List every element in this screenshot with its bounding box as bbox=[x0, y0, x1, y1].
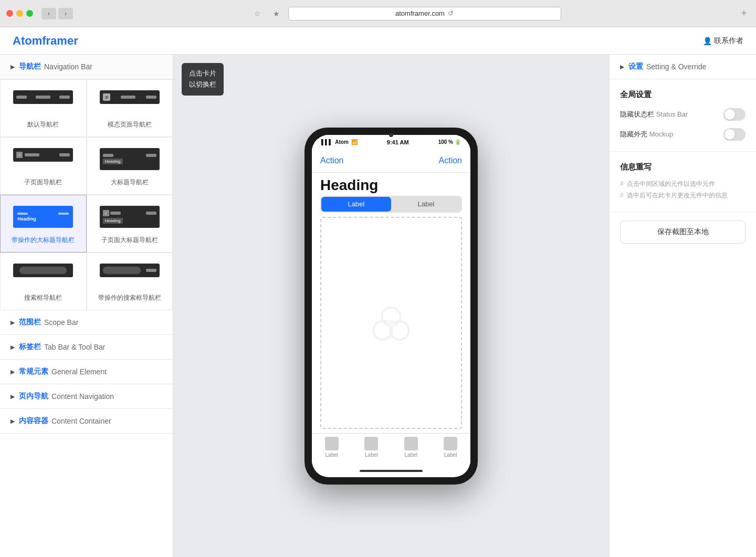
general-title-cn: 常规元素 bbox=[19, 367, 48, 376]
tooltip-line1: 点击卡片 bbox=[189, 68, 216, 79]
nav-arrows: ‹ › bbox=[41, 8, 73, 19]
navbar-action-right[interactable]: Action bbox=[439, 156, 462, 165]
nav-card-search-action-label: 带操作的搜索框导航栏 bbox=[98, 293, 161, 302]
traffic-lights bbox=[6, 10, 33, 17]
phone-content-area[interactable] bbox=[320, 217, 462, 429]
large-title-nav-preview-bar: Heading bbox=[100, 148, 160, 170]
content-container-arrow-icon: ▶ bbox=[10, 418, 15, 425]
segment-btn-1[interactable]: Label bbox=[321, 197, 391, 212]
default-nav-preview-bar bbox=[13, 90, 73, 104]
search-box-preview bbox=[19, 267, 67, 274]
tab-item-3[interactable]: Label bbox=[391, 437, 431, 458]
phone-home-indicator bbox=[312, 465, 470, 477]
nav-cards-grid: 默认导航栏 ✕ 模态页面导航栏 ‹ bbox=[0, 79, 173, 310]
sidebar-section-content-container[interactable]: ▶ 内容容器 Content Container bbox=[0, 409, 173, 434]
nav-card-blue-heading-preview: Heading bbox=[9, 206, 78, 228]
global-settings-section: 全局设置 隐藏状态栏 Status Bar 隐藏外壳 Mockup bbox=[610, 79, 756, 152]
forward-button[interactable]: › bbox=[58, 8, 73, 19]
center-canvas: 点击卡片 以切换栏 ▌▌▌ Atom 📶 9:41 AM 100 % 🔋 bbox=[173, 55, 609, 557]
toggle-thumb-status bbox=[724, 109, 735, 120]
sub-back-label bbox=[110, 212, 121, 215]
preview-modal-right bbox=[146, 96, 156, 99]
phone-mockup: ▌▌▌ Atom 📶 9:41 AM 100 % 🔋 Action Action bbox=[304, 128, 478, 485]
blue-nav-preview-bar: Heading bbox=[13, 206, 73, 228]
tab-item-4[interactable]: Label bbox=[431, 437, 471, 458]
preview-lt-right bbox=[146, 154, 156, 157]
sidebar-section-content-nav[interactable]: ▶ 页内导航 Content Navigation bbox=[0, 384, 173, 409]
nav-card-search[interactable]: 搜索框导航栏 bbox=[0, 253, 87, 310]
scope-title-cn: 范围栏 bbox=[19, 318, 41, 327]
nav-card-sub-large-title-preview: ‹ Heading bbox=[96, 206, 164, 228]
nav-card-sub-large-title[interactable]: ‹ Heading 子页面大标题导航栏 bbox=[87, 195, 173, 253]
sidebar-section-general[interactable]: ▶ 常规元素 General Element bbox=[0, 360, 173, 384]
right-panel-header[interactable]: ▶ 设置 Setting & Override bbox=[610, 55, 756, 79]
address-bar[interactable]: atomframer.com ↺ bbox=[288, 7, 561, 20]
tooltip-line2: 以切换栏 bbox=[189, 79, 216, 90]
nav-card-default[interactable]: 默认导航栏 bbox=[0, 79, 87, 137]
app-logo[interactable]: Atomframer bbox=[13, 34, 703, 48]
battery-icon: 🔋 bbox=[455, 139, 461, 145]
settings-row-mockup: 隐藏外壳 Mockup bbox=[620, 128, 746, 141]
settings-row-status-bar: 隐藏状态栏 Status Bar bbox=[620, 108, 746, 121]
tooltip-card: 点击卡片 以切换栏 bbox=[182, 63, 224, 96]
sidebar: ▶ 导航栏 Navigation Bar 默认导航栏 bbox=[0, 55, 173, 557]
address-bar-wrapper: ☆ ★ atomframer.com ↺ bbox=[77, 7, 734, 20]
nav-card-large-title[interactable]: Heading 大标题导航栏 bbox=[87, 137, 173, 195]
content-container-title-en: Content Container bbox=[51, 417, 111, 425]
preview-modal-center bbox=[121, 96, 135, 99]
carrier-name: Atom bbox=[335, 139, 349, 145]
nav-card-blue-heading-label: 带操作的大标题导航栏 bbox=[12, 236, 75, 245]
mockup-toggle[interactable] bbox=[723, 128, 746, 141]
nav-card-blue-heading[interactable]: Heading 带操作的大标题导航栏 bbox=[0, 195, 87, 253]
sidebar-section-navigation-bar[interactable]: ▶ 导航栏 Navigation Bar bbox=[0, 55, 173, 79]
nav-card-search-label: 搜索框导航栏 bbox=[24, 293, 62, 302]
phone-segment-bar: Label Label bbox=[312, 196, 470, 217]
tab-icon-1 bbox=[325, 437, 339, 450]
preview-lt-left bbox=[103, 154, 113, 157]
toggle-thumb-mockup bbox=[724, 129, 735, 140]
signal-bars-icon: ▌▌▌ bbox=[321, 139, 332, 145]
sidebar-section-scope-bar[interactable]: ▶ 范围栏 Scope Bar bbox=[0, 310, 173, 335]
nav-card-sub[interactable]: ‹ 子页面导航栏 bbox=[0, 137, 87, 195]
navbar-action-left[interactable]: Action bbox=[320, 156, 343, 165]
preview-segment-right bbox=[59, 96, 70, 99]
back-button[interactable]: ‹ bbox=[41, 8, 56, 19]
tab-label-2: Label bbox=[365, 452, 377, 458]
nav-card-modal[interactable]: ✕ 模态页面导航栏 bbox=[87, 79, 173, 137]
sidebar-section-tab-bar[interactable]: ▶ 标签栏 Tab Bar & Tool Bar bbox=[0, 335, 173, 360]
contact-link[interactable]: 👤 联系作者 bbox=[703, 36, 743, 46]
add-tab-button[interactable]: + bbox=[738, 8, 750, 19]
tab-item-1[interactable]: Label bbox=[312, 437, 352, 458]
general-arrow-icon: ▶ bbox=[10, 369, 15, 375]
close-button[interactable] bbox=[6, 10, 13, 17]
save-screenshot-button[interactable]: 保存截图至本地 bbox=[620, 220, 746, 244]
nav-card-sub-large-title-label: 子页面大标题导航栏 bbox=[101, 236, 158, 245]
status-left: ▌▌▌ Atom 📶 bbox=[321, 139, 358, 145]
content-nav-title-en: Content Navigation bbox=[51, 392, 114, 401]
hint-line1: # 点击中间区域的元件以选中元件 bbox=[620, 178, 746, 190]
nav-card-large-title-label: 大标题导航栏 bbox=[111, 178, 149, 187]
minimize-button[interactable] bbox=[16, 10, 23, 17]
settings-title-en: Setting & Override bbox=[646, 62, 706, 71]
segment-btn-2[interactable]: Label bbox=[391, 197, 461, 212]
battery-percent: 100 % bbox=[438, 139, 453, 145]
nav-card-search-preview bbox=[9, 264, 78, 277]
section-title-cn-nav: 导航栏 bbox=[19, 62, 41, 71]
url-text: atomframer.com bbox=[395, 9, 445, 17]
user-icon: 👤 bbox=[703, 37, 712, 45]
nav-card-search-action[interactable]: 带操作的搜索框导航栏 bbox=[87, 253, 173, 310]
bookmark-icon[interactable]: ☆ bbox=[250, 8, 265, 19]
status-right: 100 % 🔋 bbox=[438, 139, 461, 145]
phone-heading: Heading bbox=[312, 173, 470, 196]
nav-card-search-action-preview bbox=[96, 264, 164, 277]
maximize-button[interactable] bbox=[26, 10, 33, 17]
status-bar-toggle[interactable] bbox=[723, 108, 746, 121]
nav-card-default-preview bbox=[9, 90, 78, 104]
reading-list-icon[interactable]: ★ bbox=[269, 8, 284, 19]
tab-item-2[interactable]: Label bbox=[352, 437, 392, 458]
nav-card-sub-label: 子页面导航栏 bbox=[24, 178, 62, 187]
content-nav-arrow-icon: ▶ bbox=[10, 393, 15, 400]
reload-button[interactable]: ↺ bbox=[448, 9, 454, 17]
preview-blue-right bbox=[58, 213, 69, 215]
tab-label-4: Label bbox=[444, 452, 457, 458]
